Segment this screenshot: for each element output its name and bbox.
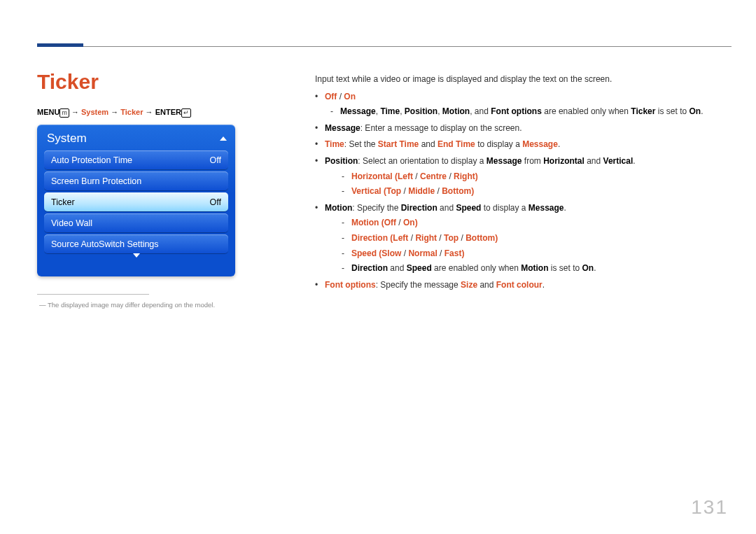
breadcrumb-enter: ENTER — [155, 108, 181, 116]
osd-header: System — [44, 130, 228, 148]
k: Top — [444, 233, 458, 243]
s: / — [401, 186, 408, 196]
k: Bottom — [442, 186, 471, 196]
osd-item-label: Screen Burn Protection — [51, 176, 141, 186]
t: : Specify the — [352, 203, 400, 213]
k: Off — [384, 218, 396, 227]
p: ) — [495, 233, 498, 243]
k: Top — [386, 186, 401, 196]
page-number: 131 — [691, 496, 728, 519]
header-rule — [37, 46, 732, 47]
k: Direction — [351, 263, 388, 273]
k: Horizontal — [351, 171, 393, 181]
p: ) — [461, 248, 464, 258]
k: Right — [454, 171, 475, 181]
k: Message — [528, 203, 564, 213]
k: End Time — [438, 139, 475, 149]
k: Font options — [325, 280, 376, 290]
k: Vertical — [351, 186, 382, 196]
k: Centre — [420, 171, 447, 181]
k: Direction — [351, 233, 388, 243]
off-on-line: Off / On — [315, 90, 714, 104]
k: Speed — [351, 248, 377, 258]
t: : Select an orientation to display a — [358, 156, 486, 166]
t: from — [522, 156, 544, 166]
pos-vertical: Vertical (Top / Middle / Bottom) — [342, 185, 714, 198]
k: Slow — [382, 248, 401, 258]
t: to display a — [481, 203, 528, 213]
k: Motion — [521, 263, 548, 273]
scroll-down-icon[interactable] — [133, 253, 140, 269]
off-label: Off — [325, 92, 337, 101]
enter-icon: ↵ — [181, 108, 191, 118]
p: ) — [475, 171, 478, 181]
k: Position — [405, 106, 438, 116]
s: / — [437, 233, 444, 243]
k: Message — [522, 139, 558, 149]
breadcrumb-system: System — [81, 108, 108, 116]
osd-item-screen-burn[interactable]: Screen Burn Protection — [44, 171, 228, 190]
scroll-up-icon[interactable] — [220, 136, 227, 141]
k: Motion — [351, 218, 379, 227]
footnote-text: The displayed image may differ depending… — [48, 301, 215, 309]
message-line: Message: Enter a message to display on t… — [315, 122, 714, 135]
t: and — [477, 280, 496, 290]
k: On — [689, 106, 701, 116]
header-accent — [37, 43, 83, 47]
osd-item-auto-protection[interactable]: Auto Protection Time Off — [44, 150, 228, 169]
breadcrumb-menu: MENU — [37, 108, 59, 116]
enable-note: Message, Time, Position, Motion, and Fon… — [330, 105, 714, 118]
k: Motion — [325, 203, 352, 213]
s: / — [458, 233, 465, 243]
t: : Specify the message — [376, 280, 461, 290]
k: Bottom — [465, 233, 495, 243]
k: Message — [486, 156, 522, 166]
k: Time — [380, 106, 400, 116]
osd-item-label: Video Wall — [51, 218, 92, 228]
intro-text: Input text while a video or image is dis… — [315, 73, 714, 86]
k: Size — [461, 280, 477, 290]
breadcrumb: MENUm → System → Ticker → ENTER↵ — [37, 108, 191, 118]
motion-line: Motion: Specify the Direction and Speed … — [315, 202, 714, 215]
s: / — [401, 248, 408, 258]
motion-toggle: Motion (Off / On) — [342, 216, 714, 230]
k: Speed — [407, 263, 432, 273]
t: and — [584, 156, 603, 166]
s: / — [435, 186, 442, 196]
k: Time — [325, 139, 344, 149]
footnote: ― The displayed image may differ dependi… — [39, 301, 215, 309]
k: Left — [398, 171, 413, 181]
breadcrumb-ticker: Ticker — [120, 108, 143, 116]
page-title: Ticker — [37, 70, 99, 94]
osd-item-video-wall[interactable]: Video Wall — [44, 213, 228, 232]
motion-direction: Direction (Left / Right / Top / Bottom) — [342, 232, 714, 245]
footnote-rule — [37, 294, 149, 295]
osd-item-ticker[interactable]: Ticker Off — [44, 192, 228, 211]
osd-item-value: Off — [210, 197, 221, 207]
osd-item-autoswitch[interactable]: Source AutoSwitch Settings — [44, 234, 228, 253]
k: Direction — [401, 203, 438, 213]
k: Middle — [408, 186, 435, 196]
p: ) — [471, 186, 474, 196]
menu-icon: m — [59, 108, 69, 118]
t: is set to — [549, 263, 582, 273]
k: Motion — [442, 106, 470, 116]
t: are enabled only when — [432, 263, 521, 273]
breadcrumb-arrow-3: → — [146, 108, 153, 116]
k: Ticker — [631, 106, 655, 116]
k: Message — [340, 106, 376, 116]
p: ) — [415, 218, 418, 227]
osd-item-value: Off — [210, 155, 221, 165]
k: Font options — [491, 106, 542, 116]
osd-item-label: Auto Protection Time — [51, 155, 132, 165]
s: / — [447, 171, 454, 181]
t: and — [438, 203, 456, 213]
on-label: On — [344, 92, 356, 101]
t: : Enter a message to display on the scre… — [360, 123, 522, 133]
motion-enable-note: Direction and Speed are enabled only whe… — [342, 262, 714, 275]
k: Fast — [444, 248, 462, 258]
breadcrumb-arrow-1: → — [71, 108, 79, 116]
k: Left — [393, 233, 408, 243]
k: Right — [415, 233, 437, 243]
k: On — [403, 218, 415, 227]
